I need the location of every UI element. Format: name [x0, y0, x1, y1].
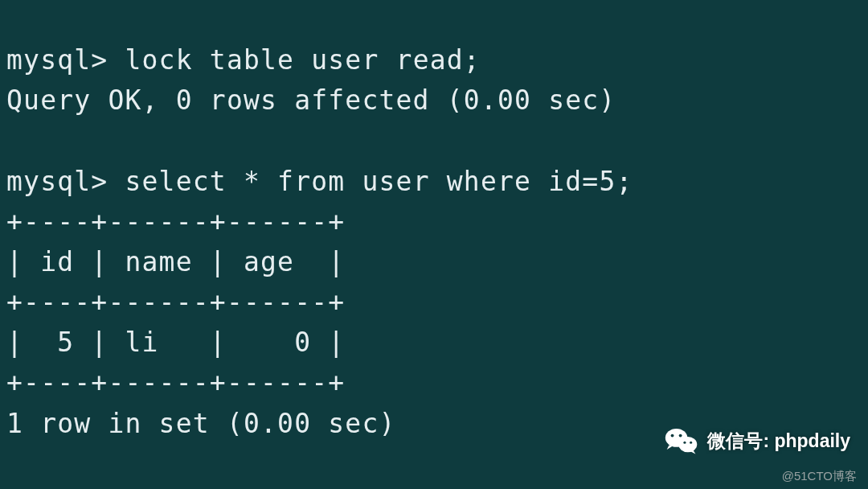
wechat-icon: [664, 423, 699, 458]
sql-command: lock table user read;: [125, 44, 480, 76]
table-border: +----+------+------+: [6, 286, 345, 318]
watermark-handle: phpdaily: [774, 430, 850, 451]
prompt: mysql> lock table user read;: [6, 44, 481, 76]
table-border: +----+------+------+: [6, 206, 345, 237]
table-header: | id | name | age |: [6, 246, 345, 277]
prompt: mysql> select * from user where id=5;: [6, 166, 633, 197]
table-border: +----+------+------+: [6, 367, 345, 398]
query-result: Query OK, 0 rows affected (0.00 sec): [6, 84, 616, 116]
query-result: 1 row in set (0.00 sec): [6, 408, 396, 439]
table-row: | 5 | li | 0 |: [6, 327, 345, 358]
attribution-text: @51CTO博客: [782, 469, 857, 484]
watermark: 微信号: phpdaily: [664, 423, 850, 458]
svg-point-2: [671, 434, 674, 438]
sql-command: select * from user where id=5;: [125, 166, 633, 197]
svg-point-1: [679, 437, 698, 452]
watermark-label: 微信号: phpdaily: [707, 429, 850, 454]
svg-point-4: [684, 442, 686, 444]
svg-point-3: [679, 434, 682, 438]
svg-point-5: [690, 442, 692, 444]
terminal-output: mysql> lock table user read; Query OK, 0…: [0, 0, 868, 444]
